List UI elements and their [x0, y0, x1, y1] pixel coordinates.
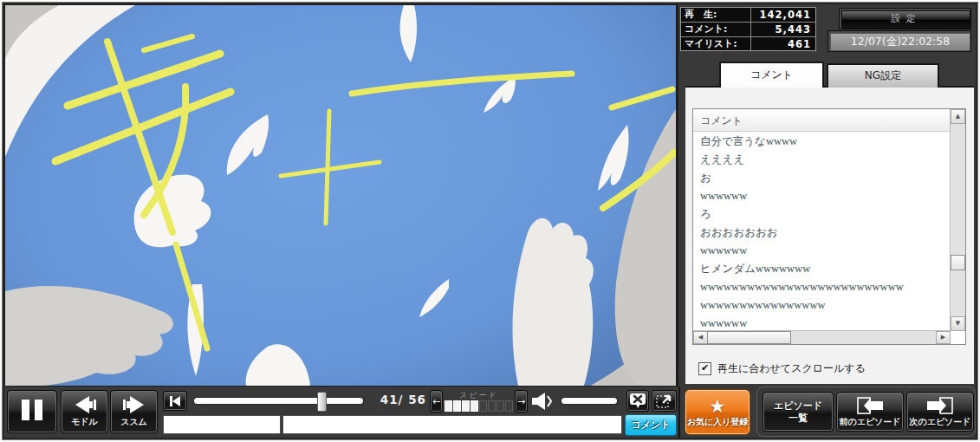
- autoscroll-row: 再生に合わせてスクロールする: [698, 361, 866, 375]
- video-sky-scene: [5, 5, 676, 386]
- skip-start-icon: [169, 396, 181, 406]
- next-episode-button[interactable]: 次のエピソード: [906, 392, 974, 432]
- comment-off-icon: [629, 393, 646, 409]
- forward-label: ススム: [120, 416, 147, 428]
- command-input[interactable]: [163, 415, 281, 434]
- comments-label: コメント:: [681, 23, 751, 36]
- comment-row: wwwwww: [693, 315, 951, 331]
- skip-to-start-button[interactable]: [163, 391, 187, 411]
- pause-button[interactable]: [7, 390, 57, 433]
- resize-button[interactable]: [652, 390, 677, 412]
- speed-segment: [505, 400, 513, 412]
- next-episode-label: 次のエピソード: [909, 416, 970, 428]
- horizontal-scrollbar[interactable]: ◀ ▶: [693, 330, 951, 344]
- speed-meter: スピード: [445, 390, 513, 413]
- episode-list-label-line1: エピソード: [774, 400, 822, 412]
- mylist-value: 461: [751, 38, 815, 50]
- comment-row: wwwwww: [693, 242, 951, 260]
- volume-control[interactable]: [531, 390, 623, 412]
- comment-input[interactable]: [282, 415, 622, 434]
- info-panel: 再 生: 142,041 コメント: 5,443 マイリスト: 461 設定 1…: [677, 4, 976, 387]
- seek-bar[interactable]: [191, 391, 367, 411]
- vertical-scrollbar[interactable]: ▲ ▼: [950, 109, 965, 331]
- comment-row: お: [693, 169, 951, 187]
- seek-handle[interactable]: [317, 392, 327, 412]
- tab-comment[interactable]: コメント: [719, 62, 824, 88]
- autoscroll-label: 再生に合わせてスクロールする: [717, 361, 866, 376]
- back-button[interactable]: モドル: [61, 390, 108, 433]
- comment-row: ヒメンダムwwwwwww: [693, 260, 951, 278]
- settings-button[interactable]: 設定: [841, 10, 970, 29]
- next-episode-icon: [925, 396, 955, 415]
- comment-row: wwwwww: [693, 187, 951, 205]
- comment-toggle-button[interactable]: [626, 390, 649, 412]
- prev-episode-button[interactable]: 前のエピソード: [836, 392, 904, 432]
- stats-row-comments: コメント: 5,443: [681, 23, 815, 37]
- stats-row-plays: 再 生: 142,041: [681, 8, 815, 23]
- forward-button[interactable]: ススム: [110, 390, 158, 433]
- speed-segment: [453, 400, 461, 412]
- comment-row: wwwwwwwwwwwwwwww: [693, 296, 951, 315]
- speed-segment: [488, 400, 496, 412]
- plays-label: 再 生:: [681, 8, 751, 22]
- datetime-display: 12/07(金)22:02:58: [830, 33, 970, 51]
- plays-value: 142,041: [751, 9, 815, 21]
- comment-row: ええええ: [693, 151, 951, 169]
- speed-up-button[interactable]: →: [515, 390, 528, 413]
- speed-segment: [471, 400, 478, 412]
- speed-segment: [496, 400, 504, 412]
- comment-listbox: コメント 自分で言うなwwwwええええおwwwwwwろおおおおおおおwwwwww…: [692, 108, 966, 345]
- comment-list-header: コメント: [693, 109, 951, 132]
- speed-segment: [462, 400, 470, 412]
- arrow-right-icon: [121, 395, 147, 414]
- comment-list[interactable]: 自分で言うなwwwwええええおwwwwwwろおおおおおおおwwwwwwヒメンダム…: [693, 133, 951, 331]
- scroll-up-button[interactable]: ▲: [951, 109, 965, 124]
- speed-label: スピード: [459, 391, 498, 400]
- speed-segments: [445, 400, 513, 412]
- comment-row: ろ: [693, 205, 951, 224]
- stats-table: 再 生: 142,041 コメント: 5,443 マイリスト: 461: [680, 7, 816, 51]
- speaker-icon: [531, 392, 555, 411]
- app-window: 再 生: 142,041 コメント: 5,443 マイリスト: 461 設定 1…: [0, 0, 980, 442]
- horizontal-scroll-thumb[interactable]: [707, 331, 791, 344]
- favorite-button[interactable]: ★ お気に入り登録: [685, 389, 750, 435]
- speed-down-button[interactable]: ←: [430, 390, 443, 413]
- datetime-frame: 12/07(金)22:02:58: [827, 30, 971, 52]
- prev-episode-label: 前のエピソード: [839, 416, 900, 428]
- favorite-label: お気に入り登録: [687, 416, 749, 428]
- speed-control: ← スピード →: [430, 390, 528, 413]
- volume-track[interactable]: [561, 398, 617, 404]
- prev-episode-icon: [855, 396, 885, 415]
- comment-row: おおおおおおお: [693, 224, 951, 242]
- pause-icon: [19, 400, 45, 424]
- tab-ng-settings[interactable]: NG設定: [827, 63, 939, 88]
- mylist-label: マイリスト:: [681, 37, 751, 51]
- episode-section: ★ お気に入り登録 エピソード 一覧 前のエピソード 次のエピソード: [678, 387, 976, 438]
- scroll-right-button[interactable]: ▶: [936, 331, 951, 344]
- autoscroll-checkbox[interactable]: [698, 362, 711, 375]
- speed-segment: [479, 400, 487, 412]
- speed-segment: [445, 400, 452, 412]
- back-label: モドル: [71, 416, 98, 428]
- scroll-left-button[interactable]: ◀: [693, 331, 708, 344]
- comments-value: 5,443: [751, 23, 815, 36]
- comment-row: 自分で言うなwwww: [693, 133, 951, 151]
- comment-row: wwwwwwwwwwwwwwwwwwwwwwwwww: [693, 278, 951, 296]
- episode-list-button[interactable]: エピソード 一覧: [763, 392, 834, 432]
- comment-panel: コメント 自分で言うなwwwwええええおwwwwwwろおおおおおおおwwwwww…: [685, 86, 974, 384]
- star-icon: ★: [710, 397, 726, 416]
- stats-row-mylist: マイリスト: 461: [681, 37, 815, 51]
- arrow-left-icon: [72, 395, 98, 414]
- video-frame[interactable]: [4, 4, 677, 387]
- settings-frame: 設定: [839, 8, 971, 29]
- scroll-down-button[interactable]: ▼: [951, 316, 965, 331]
- comment-submit-button[interactable]: コメント: [625, 414, 677, 436]
- seek-track[interactable]: [194, 398, 363, 404]
- vertical-scroll-thumb[interactable]: [951, 255, 965, 270]
- episode-list-label-line2: 一覧: [789, 413, 808, 424]
- frame-counter: 41/ 56: [369, 393, 426, 410]
- expand-icon: [655, 393, 673, 409]
